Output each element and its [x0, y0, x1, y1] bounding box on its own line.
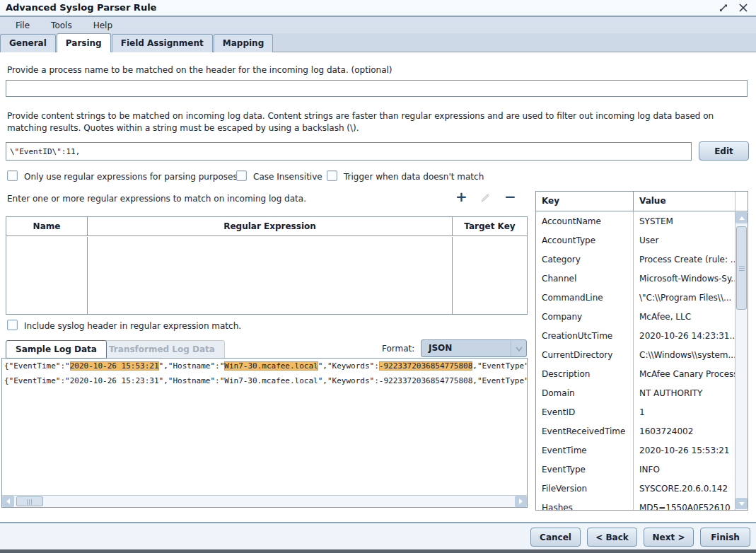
advanced-syslog-parser-rule-dialog: Advanced Syslog Parser Rule File Tools H…	[0, 0, 756, 553]
next-button[interactable]: Next >	[644, 528, 694, 547]
regex-col-name: Name	[6, 217, 88, 235]
scroll-right-icon[interactable]	[515, 496, 527, 507]
format-dropdown[interactable]: JSON	[421, 339, 527, 357]
scroll-up-icon[interactable]	[735, 212, 748, 223]
regex-instructions-label: Enter one or more regular expressions to…	[7, 194, 306, 204]
cancel-button[interactable]: Cancel	[530, 528, 581, 547]
kv-row-creationutctime: CreationUtcTime2020-10-26 14:23:31...	[536, 326, 735, 345]
content-strings-input[interactable]	[6, 142, 692, 161]
include-syslog-header-checkbox[interactable]	[7, 320, 18, 330]
kv-row-eventtime: EventTime2020-10-26 15:53:21	[536, 441, 735, 460]
tab-mapping[interactable]: Mapping	[214, 34, 273, 52]
chevron-down-icon	[511, 340, 526, 356]
dialog-title: Advanced Syslog Parser Rule	[6, 2, 156, 13]
close-icon[interactable]	[738, 2, 749, 13]
menu-bar: File Tools Help	[0, 17, 756, 33]
kv-row-fileversion: FileVersionSYSCORE.20.6.0.142	[536, 479, 735, 498]
highlighted-event-time: 2020-10-26 15:53:21	[70, 361, 159, 371]
only-regex-checkbox-label: Only use regular expressions for parsing…	[24, 172, 238, 182]
process-name-label: Provide a process name to be matched on …	[7, 65, 392, 75]
trigger-no-match-checkbox-label: Trigger when data doesn't match	[344, 172, 484, 182]
only-regex-checkbox[interactable]	[7, 170, 18, 181]
kv-row-domain: DomainNT AUTHORITY	[536, 383, 735, 402]
back-button[interactable]: < Back	[587, 528, 637, 547]
regex-table: Name Regular Expression Target Key	[6, 216, 528, 315]
kv-row-company: CompanyMcAfee, LLC	[536, 307, 735, 326]
kv-row-accountname: AccountNameSYSTEM	[536, 211, 735, 231]
add-regex-icon[interactable]: +	[455, 190, 467, 204]
key-value-panel: Key Value AccountNameSYSTEM AccountTypeU…	[535, 191, 748, 511]
bottom-edge-strip	[0, 549, 756, 553]
edit-regex-pencil-icon[interactable]	[480, 192, 491, 206]
tab-sample-log-data[interactable]: Sample Log Data	[6, 340, 107, 359]
kv-col-value: Value	[634, 192, 735, 211]
footer-bar: Cancel < Back Next > Finish	[0, 523, 756, 549]
kv-row-description: DescriptionMcAfee Canary Process	[536, 364, 735, 383]
remove-regex-icon[interactable]: −	[504, 190, 516, 204]
key-value-header: Key Value	[536, 192, 748, 211]
highlighted-hostname: Win7-30.mcafee.local	[224, 361, 318, 371]
kv-row-eventreceivedtime: EventReceivedTime1603724002	[536, 421, 735, 441]
log-line-2: {"EventTime":"2020-10-26 15:23:31","Host…	[2, 373, 527, 388]
kv-row-eventtype: EventTypeINFO	[536, 460, 735, 479]
log-line-1: {"EventTime":"2020-10-26 15:53:21","Host…	[2, 359, 527, 373]
tab-field-assignment[interactable]: Field Assignment	[112, 34, 213, 52]
vertical-scroll-thumb[interactable]	[736, 226, 747, 310]
menu-tools[interactable]: Tools	[51, 21, 72, 30]
kv-row-hashes: HashesMD5=1550A0F52610	[536, 498, 735, 511]
kv-row-channel: ChannelMicrosoft-Windows-Sy...	[536, 269, 735, 288]
horizontal-scroll-thumb[interactable]	[16, 496, 43, 506]
regex-col-target-key: Target Key	[453, 217, 527, 235]
key-value-rows: AccountNameSYSTEM AccountTypeUser Catego…	[536, 211, 748, 511]
kv-row-commandline: CommandLine\"C:\\Program Files\\...	[536, 288, 735, 307]
edit-button[interactable]: Edit	[699, 141, 749, 161]
kv-col-key: Key	[536, 192, 634, 211]
regex-col-expression: Regular Expression	[88, 217, 453, 235]
regex-table-header: Name Regular Expression Target Key	[6, 217, 527, 236]
tab-strip: General Parsing Field Assignment Mapping	[0, 33, 756, 52]
scroll-left-icon[interactable]	[2, 496, 14, 507]
kv-row-currentdirectory: CurrentDirectoryC:\\Windows\\system...	[536, 345, 735, 364]
highlighted-keywords: -9223372036854775808	[379, 361, 472, 371]
content-strings-label: Provide content strings to be matched on…	[7, 110, 748, 134]
case-insensitive-checkbox[interactable]	[236, 170, 247, 181]
vertical-scrollbar[interactable]	[735, 211, 748, 510]
kv-row-eventid: EventID1	[536, 402, 735, 421]
format-label: Format:	[382, 344, 414, 354]
resize-diagonal-icon[interactable]	[718, 2, 729, 13]
menu-help[interactable]: Help	[93, 21, 112, 30]
title-bar: Advanced Syslog Parser Rule	[0, 0, 756, 16]
tab-general[interactable]: General	[0, 34, 56, 52]
kv-row-category: CategoryProcess Create (rule: ...	[536, 250, 735, 269]
sample-log-data-panel[interactable]: {"EventTime":"2020-10-26 15:53:21","Host…	[1, 358, 528, 508]
kv-row-accounttype: AccountTypeUser	[536, 231, 735, 250]
tab-transformed-log-data[interactable]: Transformed Log Data	[99, 340, 225, 359]
include-syslog-header-label: Include syslog header in regular express…	[24, 321, 241, 331]
case-insensitive-checkbox-label: Case Insensitive	[253, 172, 322, 182]
format-dropdown-value: JSON	[429, 343, 452, 353]
tab-parsing[interactable]: Parsing	[57, 33, 111, 52]
finish-button[interactable]: Finish	[700, 528, 750, 547]
trigger-no-match-checkbox[interactable]	[327, 170, 337, 181]
regex-table-body-empty	[6, 237, 527, 314]
kv-scroll-corner	[735, 192, 748, 211]
horizontal-scrollbar[interactable]	[2, 495, 527, 507]
scroll-down-icon[interactable]	[735, 498, 748, 509]
menu-file[interactable]: File	[16, 21, 30, 30]
process-name-input[interactable]	[6, 80, 748, 97]
